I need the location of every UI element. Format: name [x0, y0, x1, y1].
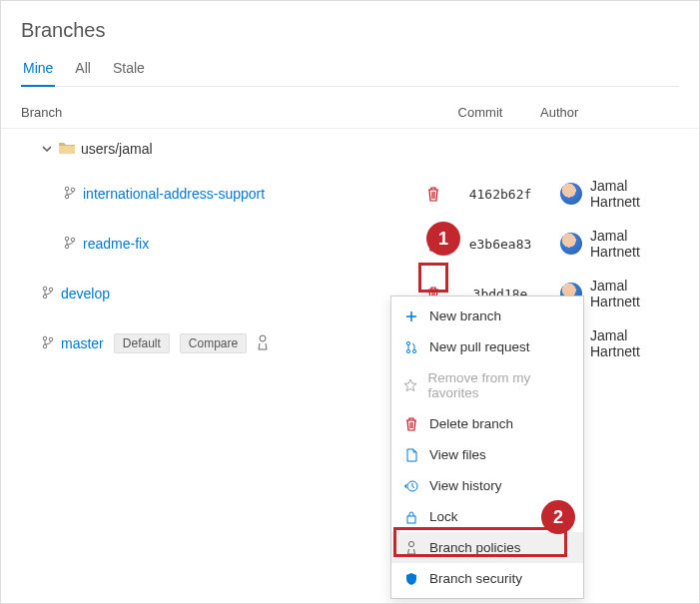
policy-icon — [257, 334, 269, 353]
branch-name[interactable]: readme-fix — [83, 236, 149, 252]
delete-icon[interactable] — [426, 186, 440, 202]
menu-lock[interactable]: Lock — [391, 501, 583, 532]
branch-name[interactable]: international-address-support — [83, 186, 265, 202]
svg-point-16 — [406, 341, 409, 344]
avatar — [560, 183, 582, 205]
folder-name: users/jamal — [81, 141, 153, 157]
history-icon — [403, 479, 419, 493]
svg-point-18 — [412, 349, 415, 352]
menu-label: Delete branch — [429, 416, 513, 431]
menu-label: View history — [429, 478, 502, 493]
menu-delete-branch[interactable]: Delete branch — [391, 408, 583, 439]
svg-rect-20 — [407, 516, 415, 523]
plus-icon — [403, 310, 419, 322]
svg-point-0 — [65, 187, 69, 191]
svg-point-9 — [43, 336, 47, 340]
lock-icon — [403, 510, 419, 524]
pull-request-icon — [403, 340, 419, 354]
branch-name[interactable]: develop — [61, 286, 110, 302]
tab-stale[interactable]: Stale — [111, 56, 147, 86]
menu-new-branch[interactable]: New branch — [391, 301, 583, 331]
menu-label: Branch policies — [429, 540, 521, 555]
svg-point-21 — [408, 541, 413, 546]
delete-icon[interactable] — [426, 236, 440, 252]
column-headers: Branch Commit Author — [1, 97, 699, 129]
menu-label: New pull request — [429, 339, 530, 354]
tab-mine[interactable]: Mine — [21, 56, 55, 86]
branch-row-master[interactable]: master Default Compare 4162b62f Jamal Ha… — [1, 318, 699, 368]
branch-name[interactable]: master — [61, 335, 104, 351]
context-menu: New branch New pull request Remove from … — [390, 296, 584, 599]
shield-icon — [403, 572, 419, 586]
branch-icon — [41, 335, 55, 352]
policy-icon — [403, 540, 419, 555]
svg-point-2 — [71, 188, 75, 192]
branch-row-develop[interactable]: develop 3bdd18e Jamal Hartnett — [1, 269, 699, 318]
menu-label: View files — [429, 447, 486, 462]
author-name: Jamal Hartnett — [590, 178, 679, 210]
menu-branch-security[interactable]: Branch security — [391, 563, 583, 594]
column-branch[interactable]: Branch — [21, 105, 420, 120]
compare-badge: Compare — [180, 333, 247, 353]
menu-label: Branch security — [429, 571, 522, 586]
menu-label: Remove from my favorites — [428, 370, 571, 400]
delete-icon — [403, 417, 419, 431]
branch-icon — [41, 286, 55, 302]
file-icon — [403, 448, 419, 462]
svg-point-11 — [49, 337, 53, 341]
menu-label: New branch — [429, 308, 501, 323]
menu-label: Lock — [429, 509, 458, 524]
commit-hash[interactable]: e3b6ea83 — [440, 237, 560, 252]
author-name: Jamal Hartnett — [590, 327, 679, 359]
default-badge: Default — [114, 333, 170, 353]
star-outline-icon — [403, 378, 418, 392]
menu-new-pull-request[interactable]: New pull request — [391, 331, 583, 362]
menu-branch-policies[interactable]: Branch policies — [391, 532, 583, 563]
column-author[interactable]: Author — [540, 105, 679, 120]
menu-view-history[interactable]: View history — [391, 470, 583, 501]
author-name: Jamal Hartnett — [590, 278, 679, 309]
tab-all[interactable]: All — [73, 56, 93, 86]
chevron-down-icon — [41, 143, 53, 155]
svg-point-6 — [43, 287, 47, 291]
page-title: Branches — [21, 19, 679, 42]
folder-icon — [59, 141, 75, 158]
menu-view-files[interactable]: View files — [391, 439, 583, 470]
author-name: Jamal Hartnett — [590, 228, 679, 260]
svg-point-12 — [260, 335, 266, 341]
folder-row[interactable]: users/jamal — [1, 129, 699, 169]
branch-row-readme[interactable]: readme-fix e3b6ea83 Jamal Hartnett — [1, 219, 699, 269]
column-commit[interactable]: Commit — [420, 105, 540, 120]
branch-row-intl[interactable]: international-address-support 4162b62f J… — [1, 169, 699, 219]
branch-icon — [63, 236, 77, 253]
svg-point-8 — [49, 288, 53, 292]
commit-hash[interactable]: 4162b62f — [440, 187, 560, 202]
branch-icon — [63, 186, 77, 203]
avatar — [560, 233, 582, 255]
menu-remove-favorite: Remove from my favorites — [391, 362, 583, 408]
tabs: Mine All Stale — [21, 56, 679, 87]
svg-point-17 — [406, 349, 409, 352]
svg-point-3 — [65, 237, 69, 241]
svg-point-5 — [71, 238, 75, 242]
